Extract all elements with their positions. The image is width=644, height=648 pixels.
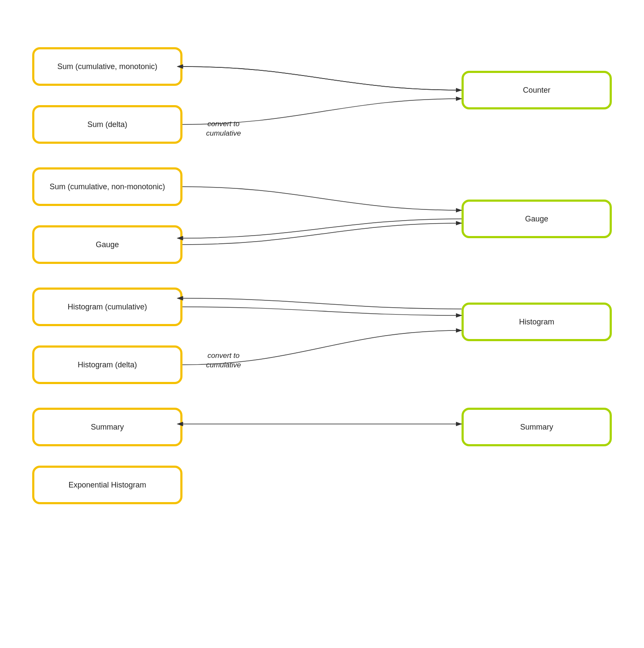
otel-box-histogram-cumulative: Histogram (cumulative) bbox=[32, 288, 182, 326]
otel-box-sum-cumulative-monotonic: Sum (cumulative, monotonic) bbox=[32, 47, 182, 86]
otel-box-summary: Summary bbox=[32, 408, 182, 446]
convert-label-histogram: convert tocumulative bbox=[206, 351, 241, 370]
otel-box-gauge: Gauge bbox=[32, 225, 182, 264]
otel-box-exponential-histogram: Exponential Histogram bbox=[32, 466, 182, 504]
prom-box-counter: Counter bbox=[462, 71, 612, 109]
otel-box-sum-delta: Sum (delta) bbox=[32, 105, 182, 144]
otel-box-histogram-delta: Histogram (delta) bbox=[32, 345, 182, 384]
otel-box-sum-cumulative-non-monotonic: Sum (cumulative, non-monotonic) bbox=[32, 167, 182, 206]
convert-label-counter: convert tocumulative bbox=[206, 119, 241, 138]
prom-box-summary-prom: Summary bbox=[462, 408, 612, 446]
prom-box-gauge-prom: Gauge bbox=[462, 200, 612, 238]
prom-box-histogram-prom: Histogram bbox=[462, 303, 612, 341]
